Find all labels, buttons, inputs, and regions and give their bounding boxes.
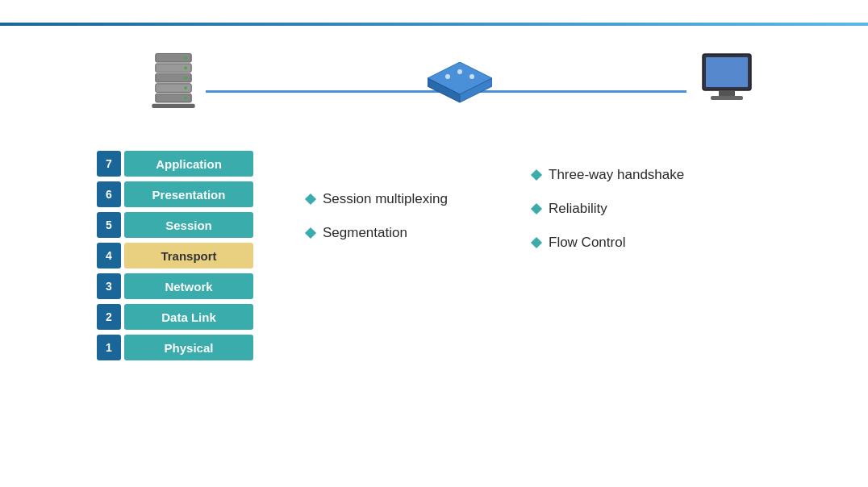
svg-point-8: [184, 86, 187, 89]
feature-right-item: Reliability: [532, 201, 684, 217]
svg-rect-10: [152, 104, 194, 108]
feature-left-item: Session multiplexing: [307, 191, 448, 207]
main-content: 7Application6Presentation5Session4Transp…: [0, 26, 868, 445]
layer-name-transport: Transport: [124, 243, 253, 268]
feature-text: Segmentation: [323, 225, 407, 241]
bullet-icon: [305, 227, 316, 239]
svg-point-9: [184, 97, 187, 100]
feature-right-item: Three-way handshake: [532, 167, 684, 183]
title-bar: [0, 0, 868, 23]
feature-text: Flow Control: [549, 235, 625, 251]
server-icon: [145, 50, 202, 114]
osi-layer-transport: 4Transport: [97, 243, 253, 268]
feature-text: Reliability: [549, 201, 607, 217]
layer-number-1: 1: [97, 335, 121, 360]
bullet-icon: [531, 237, 542, 248]
features-right: Three-way handshakeReliabilityFlow Contr…: [532, 167, 684, 268]
svg-point-16: [469, 74, 474, 79]
bullet-icon: [531, 169, 542, 181]
layer-number-5: 5: [97, 212, 121, 238]
svg-point-14: [445, 74, 450, 79]
svg-point-7: [184, 77, 187, 80]
svg-point-5: [184, 56, 187, 60]
feature-left-item: Segmentation: [307, 225, 448, 241]
layer-number-2: 2: [97, 304, 121, 330]
features-left: Session multiplexingSegmentation: [307, 191, 448, 259]
bullet-icon: [531, 203, 542, 214]
layer-number-6: 6: [97, 181, 121, 207]
layer-number-3: 3: [97, 273, 121, 299]
feature-text: Three-way handshake: [549, 167, 684, 183]
svg-point-15: [457, 69, 462, 74]
feature-right-item: Flow Control: [532, 235, 684, 251]
layer-name-session: Session: [124, 212, 253, 238]
layer-number-4: 4: [97, 243, 121, 268]
osi-layer-physical: 1Physical: [97, 335, 253, 360]
bullet-icon: [305, 194, 316, 205]
osi-layer-session: 5Session: [97, 212, 253, 238]
osi-layer-data-link: 2Data Link: [97, 304, 253, 330]
svg-rect-19: [719, 90, 735, 97]
network-diagram: [81, 42, 828, 147]
osi-layer-application: 7Application: [97, 151, 253, 177]
svg-rect-20: [711, 96, 743, 100]
layer-name-network: Network: [124, 273, 253, 299]
svg-point-6: [184, 66, 187, 69]
osi-layer-network: 3Network: [97, 273, 253, 299]
svg-rect-18: [706, 57, 748, 87]
layer-name-application: Application: [124, 151, 253, 177]
layer-number-7: 7: [97, 151, 121, 177]
layer-name-presentation: Presentation: [124, 181, 253, 207]
computer-icon: [699, 50, 763, 114]
switch-icon: [428, 62, 492, 106]
feature-text: Session multiplexing: [323, 191, 448, 207]
osi-layer-presentation: 6Presentation: [97, 181, 253, 207]
layer-name-physical: Physical: [124, 335, 253, 360]
osi-layer-stack: 7Application6Presentation5Session4Transp…: [97, 151, 253, 365]
layer-name-data-link: Data Link: [124, 304, 253, 330]
